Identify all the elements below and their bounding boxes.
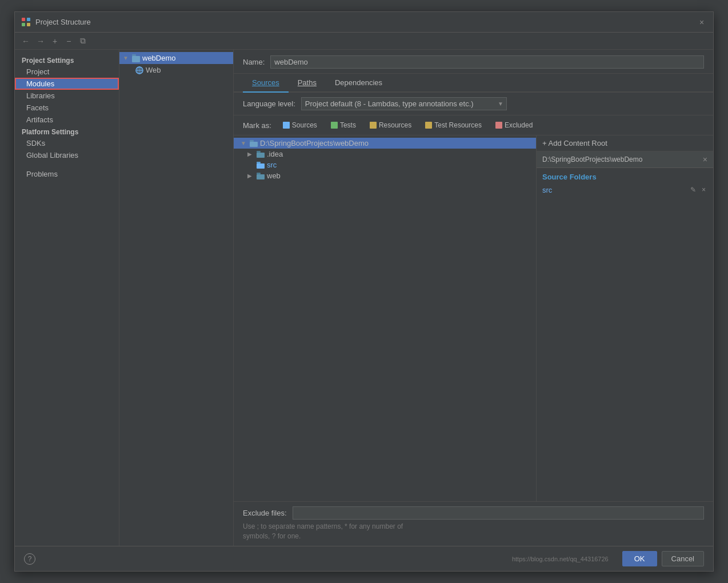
copy-button[interactable]: ⧉ bbox=[77, 35, 89, 47]
svg-rect-0 bbox=[22, 18, 25, 21]
web-folder-icon bbox=[257, 173, 265, 179]
source-folders-title: Source Folders bbox=[537, 168, 713, 183]
mark-as-label: Mark as: bbox=[243, 121, 271, 130]
sidebar-item-sdks[interactable]: SDKs bbox=[15, 137, 119, 149]
file-tree-src[interactable]: src bbox=[234, 159, 536, 170]
sidebar-item-libraries[interactable]: Libraries bbox=[15, 90, 119, 102]
language-level-row: Language level: Project default (8 - Lam… bbox=[234, 93, 713, 115]
mark-excluded-button[interactable]: Excluded bbox=[491, 120, 537, 130]
sidebar-item-project[interactable]: Project bbox=[15, 66, 119, 78]
name-input[interactable] bbox=[270, 55, 704, 69]
module-item-web[interactable]: Web bbox=[119, 64, 233, 76]
web-arrow-icon: ▶ bbox=[247, 173, 254, 179]
src-folder-icon bbox=[257, 162, 265, 169]
source-folder-edit-button[interactable]: ✎ bbox=[689, 185, 698, 194]
project-settings-title: Project Settings bbox=[15, 54, 119, 66]
excluded-color-indicator bbox=[495, 122, 502, 129]
svg-rect-17 bbox=[257, 173, 261, 174]
files-area: ▼ D:\SpringBootProjects\webDemo ▶ bbox=[234, 135, 713, 501]
tab-paths[interactable]: Paths bbox=[289, 74, 326, 93]
idea-folder-icon bbox=[257, 151, 265, 158]
source-panel: + Add Content Root D:\SpringBootProjects… bbox=[536, 135, 713, 501]
content-panel: Name: Sources Paths Dependencies Languag… bbox=[234, 50, 713, 546]
svg-rect-5 bbox=[132, 54, 136, 56]
svg-rect-1 bbox=[27, 18, 30, 21]
ok-button[interactable]: OK bbox=[622, 551, 657, 566]
tab-sources[interactable]: Sources bbox=[243, 74, 289, 93]
mark-resources-button[interactable]: Resources bbox=[365, 120, 416, 130]
sources-color-indicator bbox=[283, 122, 290, 129]
exclude-files-hint: Use ; to separate name patterns, * for a… bbox=[243, 522, 704, 541]
footer-left: ? bbox=[24, 553, 35, 565]
footer-right: https://blog.csdn.net/qq_44316726 OK Can… bbox=[512, 551, 704, 566]
idea-arrow-icon: ▶ bbox=[247, 151, 254, 157]
source-panel-close-button[interactable]: × bbox=[703, 155, 707, 164]
exclude-files-label: Exclude files: bbox=[243, 509, 287, 517]
sidebar-item-modules[interactable]: Modules bbox=[15, 78, 119, 90]
mark-tests-button[interactable]: Tests bbox=[326, 120, 361, 130]
svg-rect-12 bbox=[257, 153, 265, 158]
web-module-icon bbox=[135, 66, 143, 74]
tabs-row: Sources Paths Dependencies bbox=[234, 74, 713, 93]
module-tree: ▼ webDemo bbox=[119, 50, 233, 546]
resources-color-indicator bbox=[370, 122, 377, 129]
sidebar-item-artifacts[interactable]: Artifacts bbox=[15, 114, 119, 126]
source-panel-path: D:\SpringBootProjects\webDemo bbox=[542, 155, 703, 163]
module-panel: ▼ webDemo bbox=[119, 50, 234, 546]
tab-dependencies[interactable]: Dependencies bbox=[326, 74, 391, 93]
source-folder-item: src ✎ × bbox=[537, 183, 713, 196]
remove-button[interactable]: − bbox=[63, 35, 74, 47]
dialog-title: Project Structure bbox=[35, 18, 91, 26]
toolbar: ← → + − ⧉ bbox=[15, 33, 713, 50]
file-tree-root[interactable]: ▼ D:\SpringBootProjects\webDemo bbox=[234, 138, 536, 149]
svg-rect-11 bbox=[250, 140, 254, 142]
svg-rect-10 bbox=[250, 142, 258, 147]
svg-rect-4 bbox=[132, 56, 140, 62]
tests-color-indicator bbox=[331, 122, 338, 129]
sidebar: Project Settings Project Modules Librari… bbox=[15, 50, 119, 546]
svg-rect-16 bbox=[257, 174, 265, 179]
file-tree-web[interactable]: ▶ web bbox=[234, 170, 536, 181]
svg-rect-15 bbox=[257, 162, 261, 163]
file-tree: ▼ D:\SpringBootProjects\webDemo ▶ bbox=[234, 135, 536, 501]
tree-arrow-webdemo: ▼ bbox=[123, 55, 130, 61]
svg-rect-2 bbox=[22, 23, 25, 26]
help-button[interactable]: ? bbox=[24, 553, 35, 565]
sidebar-item-facets[interactable]: Facets bbox=[15, 102, 119, 114]
add-button[interactable]: + bbox=[49, 35, 61, 47]
root-arrow-icon: ▼ bbox=[241, 140, 247, 146]
source-folder-actions: ✎ × bbox=[689, 185, 707, 194]
mark-test-resources-button[interactable]: Test Resources bbox=[421, 120, 486, 130]
language-level-select[interactable]: Project default (8 - Lambdas, type annot… bbox=[301, 97, 507, 110]
source-folder-remove-button[interactable]: × bbox=[700, 185, 707, 194]
file-tree-idea[interactable]: ▶ .idea bbox=[234, 149, 536, 159]
close-button[interactable]: × bbox=[697, 18, 706, 27]
test-resources-color-indicator bbox=[425, 122, 432, 129]
module-folder-icon bbox=[132, 54, 140, 62]
name-row: Name: bbox=[234, 50, 713, 74]
name-label: Name: bbox=[243, 58, 265, 66]
svg-rect-13 bbox=[257, 151, 261, 153]
platform-settings-title: Platform Settings bbox=[15, 126, 119, 137]
titlebar: Project Structure × bbox=[15, 12, 713, 33]
footer-url: https://blog.csdn.net/qq_44316726 bbox=[512, 556, 609, 562]
source-panel-header: D:\SpringBootProjects\webDemo × bbox=[537, 151, 713, 168]
forward-button[interactable]: → bbox=[34, 35, 47, 47]
bottom-area: Exclude files: Use ; to separate name pa… bbox=[234, 501, 713, 546]
svg-rect-14 bbox=[257, 163, 265, 169]
sidebar-item-problems[interactable]: Problems bbox=[15, 168, 119, 180]
mark-sources-button[interactable]: Sources bbox=[278, 120, 322, 130]
exclude-files-input[interactable] bbox=[293, 506, 704, 520]
module-item-webdemo[interactable]: ▼ webDemo bbox=[119, 52, 233, 64]
app-icon bbox=[22, 18, 31, 27]
mark-as-row: Mark as: Sources Tests Resources Test Re… bbox=[234, 115, 713, 135]
back-button[interactable]: ← bbox=[19, 35, 32, 47]
sidebar-item-global-libraries[interactable]: Global Libraries bbox=[15, 149, 119, 161]
footer: ? https://blog.csdn.net/qq_44316726 OK C… bbox=[15, 546, 713, 571]
root-folder-icon bbox=[250, 140, 258, 147]
exclude-files-row: Exclude files: bbox=[243, 506, 704, 520]
cancel-button[interactable]: Cancel bbox=[662, 551, 704, 566]
source-folder-name: src bbox=[542, 186, 552, 194]
add-content-root-button[interactable]: + Add Content Root bbox=[537, 135, 713, 151]
svg-rect-3 bbox=[27, 23, 30, 26]
